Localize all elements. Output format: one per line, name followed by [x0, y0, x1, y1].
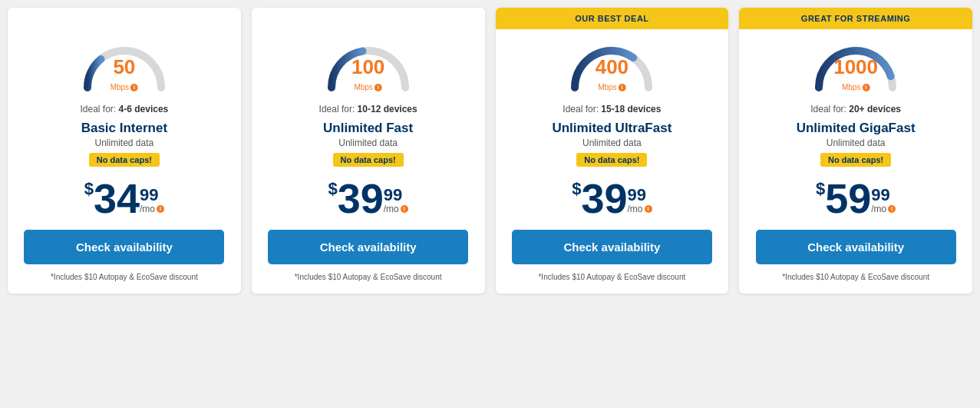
- plan-data-unlimited-ultrafast: Unlimited data: [582, 138, 642, 148]
- price-info-icon-basic[interactable]: i: [157, 205, 164, 213]
- gauge-unit-basic: Mbps i: [111, 83, 138, 91]
- price-cents-mo-unlimited-fast: 99 /mo i: [384, 187, 408, 214]
- gauge-basic: 50 Mbps i: [82, 43, 167, 93]
- plan-name-unlimited-fast: Unlimited Fast: [323, 121, 413, 136]
- price-info-icon-unlimited-ultrafast[interactable]: i: [645, 205, 652, 213]
- price-cents-mo-unlimited-ultrafast: 99 /mo i: [628, 187, 652, 214]
- plan-name-basic: Basic Internet: [81, 121, 167, 136]
- check-availability-btn-basic[interactable]: Check availability: [24, 230, 224, 264]
- gauge-unlimited-ultrafast: 400 Mbps i: [569, 43, 654, 93]
- price-row-basic: $ 34 99 /mo i: [84, 177, 164, 219]
- price-mo-unlimited-ultrafast: /mo i: [628, 204, 652, 214]
- price-cents-unlimited-fast: 99: [384, 187, 402, 204]
- gauge-unit-unlimited-fast: Mbps i: [354, 83, 381, 91]
- plan-badge-unlimited-gigafast: GREAT FOR STREAMING: [739, 8, 972, 29]
- plan-name-unlimited-ultrafast: Unlimited UltraFast: [552, 121, 671, 136]
- check-availability-btn-unlimited-gigafast[interactable]: Check availability: [756, 230, 956, 264]
- plan-card-basic: 50 Mbps i Ideal for: 4-6 devicesBasic In…: [8, 8, 241, 294]
- gauge-speed-unlimited-fast: 100: [351, 57, 384, 77]
- autopay-note-unlimited-ultrafast: *Includes $10 Autopay & EcoSave discount: [532, 272, 691, 283]
- price-main-unlimited-ultrafast: 39: [581, 177, 627, 219]
- price-dollar-unlimited-fast: $: [328, 181, 337, 197]
- price-main-basic: 34: [94, 177, 140, 219]
- price-cents-basic: 99: [140, 187, 158, 204]
- speed-info-icon-basic[interactable]: i: [130, 84, 138, 91]
- gauge-unit-unlimited-gigafast: Mbps i: [842, 83, 869, 91]
- ideal-for-unlimited-ultrafast: Ideal for: 15-18 devices: [563, 104, 661, 114]
- speed-info-icon-unlimited-fast[interactable]: i: [375, 84, 382, 91]
- plan-card-unlimited-gigafast: GREAT FOR STREAMING 1000 Mbps i Ideal fo…: [739, 8, 972, 294]
- price-mo-unlimited-gigafast: /mo i: [871, 204, 896, 214]
- price-mo-basic: /mo i: [140, 204, 164, 214]
- autopay-note-unlimited-fast: *Includes $10 Autopay & EcoSave discount: [289, 272, 448, 283]
- gauge-unlimited-fast: 100 Mbps i: [326, 43, 411, 93]
- ideal-for-unlimited-gigafast: Ideal for: 20+ devices: [810, 104, 901, 114]
- price-row-unlimited-ultrafast: $ 39 99 /mo i: [572, 177, 652, 219]
- ideal-for-basic: Ideal for: 4-6 devices: [81, 104, 169, 114]
- autopay-note-basic: *Includes $10 Autopay & EcoSave discount: [45, 272, 204, 283]
- check-availability-btn-unlimited-fast[interactable]: Check availability: [268, 230, 468, 264]
- plan-name-unlimited-gigafast: Unlimited GigaFast: [797, 121, 916, 136]
- plan-card-unlimited-ultrafast: OUR BEST DEAL 400 Mbps i Ideal for: 15-1…: [496, 8, 729, 294]
- price-dollar-unlimited-gigafast: $: [816, 181, 825, 197]
- speed-info-icon-unlimited-ultrafast[interactable]: i: [619, 84, 626, 91]
- price-info-icon-unlimited-fast[interactable]: i: [401, 205, 408, 213]
- no-caps-badge-unlimited-ultrafast: No data caps!: [576, 153, 647, 167]
- check-availability-btn-unlimited-ultrafast[interactable]: Check availability: [512, 230, 712, 264]
- price-cents-mo-basic: 99 /mo i: [140, 187, 164, 214]
- plan-data-unlimited-fast: Unlimited data: [338, 138, 398, 148]
- price-info-icon-unlimited-gigafast[interactable]: i: [888, 205, 896, 213]
- price-cents-unlimited-ultrafast: 99: [628, 187, 646, 204]
- gauge-speed-unlimited-gigafast: 1000: [833, 57, 878, 77]
- price-main-unlimited-fast: 39: [338, 177, 384, 219]
- plans-container: 50 Mbps i Ideal for: 4-6 devicesBasic In…: [8, 8, 972, 294]
- price-main-unlimited-gigafast: 59: [825, 177, 871, 219]
- price-dollar-unlimited-ultrafast: $: [572, 181, 581, 197]
- gauge-speed-unlimited-ultrafast: 400: [596, 57, 629, 77]
- autopay-note-unlimited-gigafast: *Includes $10 Autopay & EcoSave discount: [776, 272, 935, 283]
- ideal-for-unlimited-fast: Ideal for: 10-12 devices: [319, 104, 417, 114]
- no-caps-badge-basic: No data caps!: [89, 153, 160, 167]
- price-mo-unlimited-fast: /mo i: [384, 204, 408, 214]
- gauge-unlimited-gigafast: 1000 Mbps i: [813, 43, 898, 93]
- no-caps-badge-unlimited-fast: No data caps!: [333, 153, 404, 167]
- plan-data-unlimited-gigafast: Unlimited data: [827, 138, 886, 148]
- plan-card-unlimited-fast: 100 Mbps i Ideal for: 10-12 devicesUnlim…: [252, 8, 485, 294]
- speed-info-icon-unlimited-gigafast[interactable]: i: [862, 84, 869, 91]
- price-row-unlimited-gigafast: $ 59 99 /mo i: [816, 177, 896, 219]
- gauge-speed-basic: 50: [113, 57, 135, 77]
- plan-badge-unlimited-ultrafast: OUR BEST DEAL: [496, 8, 729, 29]
- plan-data-basic: Unlimited data: [95, 138, 154, 148]
- price-dollar-basic: $: [84, 181, 94, 197]
- no-caps-badge-unlimited-gigafast: No data caps!: [820, 153, 891, 167]
- price-cents-mo-unlimited-gigafast: 99 /mo i: [871, 187, 896, 214]
- gauge-unit-unlimited-ultrafast: Mbps i: [598, 83, 625, 91]
- price-row-unlimited-fast: $ 39 99 /mo i: [328, 177, 408, 219]
- price-cents-unlimited-gigafast: 99: [871, 187, 889, 204]
